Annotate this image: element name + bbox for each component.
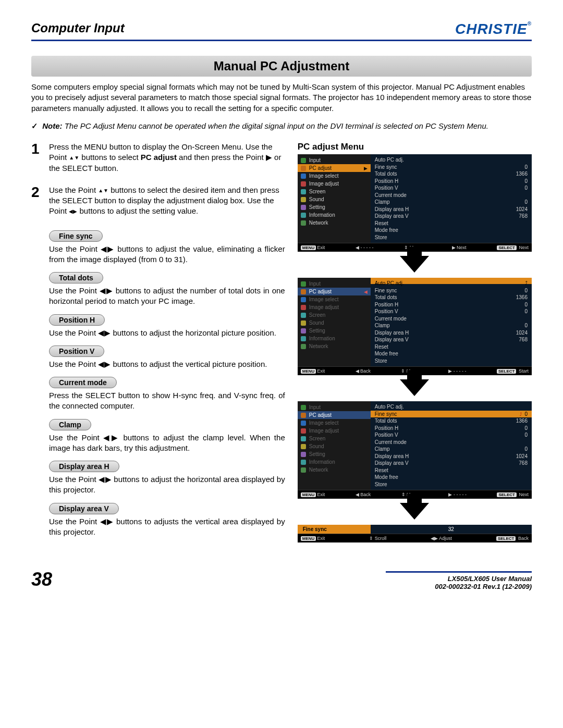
param-pill: Fine sync: [49, 230, 103, 242]
param-pill: Display area V: [49, 503, 119, 514]
param-pill: Position V: [49, 346, 104, 357]
step-1: 1 Press the MENU button to display the O…: [31, 142, 285, 174]
check-icon: ✓: [31, 121, 38, 130]
right-column: PC adjust Menu Input PC adjust▶ Image se…: [298, 142, 532, 542]
left-column: 1 Press the MENU button to display the O…: [31, 142, 285, 542]
down-arrow-icon: [400, 256, 429, 273]
param-pill: Clamp: [49, 419, 91, 430]
page-number: 38: [31, 569, 52, 590]
param-text: Use the Point ◀▶ buttons to adjusts the …: [49, 516, 285, 538]
christie-logo: CHRISTIE®: [455, 21, 532, 38]
intro-paragraph: Some computers employ special signal for…: [31, 82, 532, 114]
page-header: Computer Input CHRISTIE®: [31, 21, 532, 41]
param-text: Use the Point ◀▶ buttons to adjust the v…: [49, 359, 285, 369]
down-arrow-icon: [400, 503, 429, 520]
param-text: Use the Point ◀▶ buttons to adjust the h…: [49, 474, 285, 496]
footer-right: LX505/LX605 User Manual 002-000232-01 Re…: [386, 571, 532, 590]
note-paragraph: ✓ Note: The PC Adjust Menu cannot be ope…: [31, 121, 532, 131]
param-text: Use the Point ◀▶ buttons to adjust the v…: [49, 244, 285, 265]
osd-screenshot-3: Input PC adjust Image select Image adjus…: [298, 401, 532, 499]
param-text: Use the Point ◀▶ buttons to adjust the c…: [49, 433, 285, 454]
page-title-bar: Manual PC Adjustment: [31, 56, 532, 77]
param-text: Press the SELECT button to show H-sync f…: [49, 390, 285, 412]
osd-heading: PC adjust Menu: [298, 142, 532, 152]
step-2: 2 Use the Point ▲▼ buttons to select the…: [31, 185, 285, 217]
osd-screenshot-1: Input PC adjust▶ Image select Image adju…: [298, 154, 532, 252]
section-title: Computer Input: [31, 21, 125, 35]
param-pill: Display area H: [49, 461, 119, 472]
down-arrow-icon: [400, 379, 429, 396]
param-pill: Total dots: [49, 272, 103, 283]
osd-adjust-bar: Fine sync 32 MENUExit ⇕ Scroll ◀▶ Adjust…: [298, 525, 532, 542]
param-pill: Current mode: [49, 377, 117, 388]
page-footer: 38 LX505/LX605 User Manual 002-000232-01…: [31, 569, 532, 590]
param-text: Use the Point ◀▶ buttons to adjust the n…: [49, 286, 285, 307]
osd-screenshot-2: Input PC adjust◀ Image select Image adju…: [298, 278, 532, 375]
param-pill: Position H: [49, 314, 105, 326]
param-text: Use the Point ◀▶ buttons to adjust the h…: [49, 328, 285, 338]
